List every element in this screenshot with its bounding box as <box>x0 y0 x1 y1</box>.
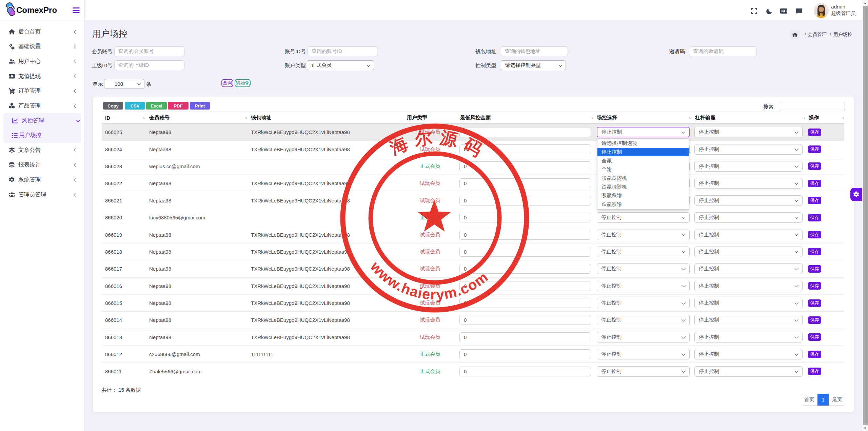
svg-text:1: 1 <box>783 9 785 13</box>
svg-text:1: 1 <box>11 75 13 78</box>
